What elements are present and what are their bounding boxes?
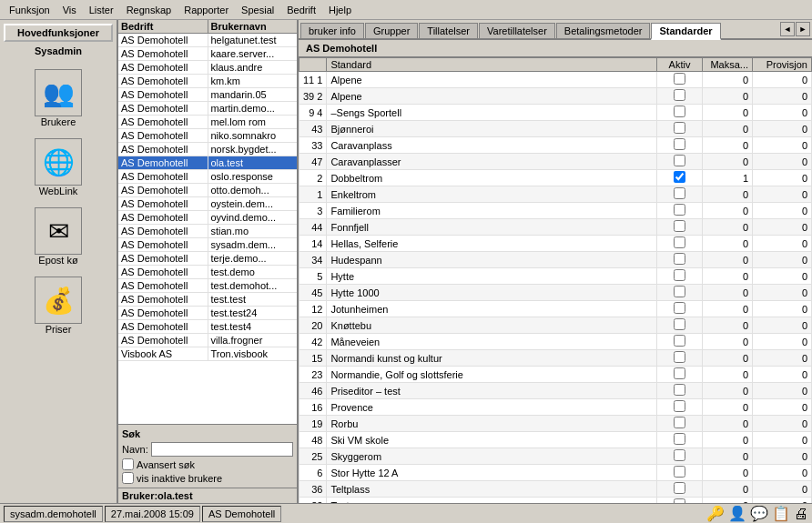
- cell-aktiv[interactable]: [657, 448, 703, 465]
- aktiv-checkbox[interactable]: [674, 466, 685, 478]
- user-row[interactable]: AS Demohotelltest.demo: [118, 266, 297, 279]
- aktiv-checkbox[interactable]: [674, 498, 685, 503]
- main-button[interactable]: Hovedfunksjoner: [4, 24, 113, 42]
- aktiv-checkbox[interactable]: [674, 220, 685, 232]
- cell-aktiv[interactable]: [657, 252, 703, 268]
- user-row[interactable]: AS Demohotellmandarin.05: [118, 88, 297, 102]
- sidebar-item-epost[interactable]: ✉ Epost kø: [35, 207, 82, 266]
- cell-aktiv[interactable]: [657, 154, 703, 170]
- aktiv-checkbox[interactable]: [674, 138, 685, 150]
- cell-aktiv[interactable]: [657, 383, 703, 399]
- aktiv-checkbox[interactable]: [674, 253, 685, 265]
- sidebar-item-weblink[interactable]: 🌐 WebLink: [35, 138, 82, 196]
- cell-aktiv[interactable]: [657, 432, 703, 448]
- user-row[interactable]: AS Demohotellmartin.demo...: [118, 102, 297, 116]
- navn-input[interactable]: [151, 442, 293, 457]
- user-row[interactable]: AS Demohotelltest.test24: [118, 307, 297, 320]
- cell-aktiv[interactable]: [657, 186, 703, 203]
- tab-prev-btn[interactable]: ◄: [780, 22, 795, 36]
- table-row[interactable]: 48Ski VM skole00: [299, 432, 812, 448]
- aktiv-checkbox[interactable]: [674, 318, 685, 330]
- aktiv-checkbox[interactable]: [674, 171, 685, 183]
- aktiv-checkbox[interactable]: [674, 187, 685, 199]
- table-row[interactable]: 34Hudespann00: [299, 252, 812, 268]
- table-row[interactable]: 42Måneveien00: [299, 334, 812, 350]
- aktiv-checkbox[interactable]: [674, 89, 685, 101]
- user-row[interactable]: AS Demohotellklaus.andre: [118, 61, 297, 75]
- cell-aktiv[interactable]: [657, 72, 703, 88]
- table-row[interactable]: 1Enkeltrom00: [299, 186, 812, 203]
- cell-aktiv[interactable]: [657, 137, 703, 154]
- tab-standarder[interactable]: Standarder: [651, 23, 720, 40]
- cell-aktiv[interactable]: [657, 317, 703, 334]
- table-row[interactable]: 5Hytte00: [299, 268, 812, 285]
- user-row[interactable]: AS Demohotelloslo.response: [118, 170, 297, 184]
- menu-regnskap[interactable]: Regnskap: [121, 4, 178, 16]
- user-row[interactable]: AS Demohotellsysadm.dem...: [118, 238, 297, 252]
- user-row[interactable]: AS Demohotelltest.test4: [118, 320, 297, 334]
- menu-vis[interactable]: Vis: [57, 4, 82, 16]
- user-row[interactable]: AS Demohotellterje.demo...: [118, 252, 297, 266]
- table-row[interactable]: 43Bjønneroi00: [299, 121, 812, 137]
- user-row[interactable]: AS Demohotellvilla.frogner: [118, 334, 297, 347]
- cell-aktiv[interactable]: [657, 219, 703, 236]
- table-row[interactable]: 2Dobbeltrom10: [299, 170, 812, 186]
- aktiv-checkbox[interactable]: [674, 482, 685, 494]
- aktiv-checkbox[interactable]: [674, 286, 685, 297]
- table-row[interactable]: 15Normandi kunst og kultur00: [299, 350, 812, 367]
- user-row[interactable]: AS Demohotelloyvind.demo...: [118, 211, 297, 225]
- menu-bedrift[interactable]: Bedrift: [281, 4, 321, 16]
- cell-aktiv[interactable]: [657, 367, 703, 383]
- table-row[interactable]: 14Hellas, Selferie00: [299, 236, 812, 252]
- table-row[interactable]: 44Fonnfjell00: [299, 219, 812, 236]
- tab-betalingsmetoder[interactable]: Betalingsmetoder: [556, 23, 651, 38]
- table-row[interactable]: 20Knøttebu00: [299, 317, 812, 334]
- inaktiv-checkbox[interactable]: [122, 472, 134, 484]
- aktiv-checkbox[interactable]: [674, 302, 685, 314]
- user-row[interactable]: AS Demohotelloystein.dem...: [118, 197, 297, 211]
- cell-aktiv[interactable]: [657, 334, 703, 350]
- aktiv-checkbox[interactable]: [674, 122, 685, 134]
- table-row[interactable]: 46Priseditor – test00: [299, 383, 812, 399]
- status-icon-2[interactable]: 👤: [728, 505, 746, 522]
- aktiv-checkbox[interactable]: [674, 204, 685, 216]
- status-icon-5[interactable]: 🖨: [794, 506, 808, 522]
- cell-aktiv[interactable]: [657, 236, 703, 252]
- user-row[interactable]: AS Demohotellmel.lom rom: [118, 116, 297, 129]
- table-row[interactable]: 3Familierom00: [299, 203, 812, 219]
- user-row[interactable]: AS Demohotellnorsk.bygdet...: [118, 143, 297, 156]
- aktiv-checkbox[interactable]: [674, 335, 685, 347]
- user-row[interactable]: AS Demohotellotto.demoh...: [118, 184, 297, 197]
- aktiv-checkbox[interactable]: [674, 417, 685, 428]
- aktiv-checkbox[interactable]: [674, 269, 685, 281]
- tab-tillatelser[interactable]: Tillatelser: [419, 23, 478, 38]
- menu-lister[interactable]: Lister: [84, 4, 119, 16]
- cell-aktiv[interactable]: [657, 481, 703, 498]
- aktiv-checkbox[interactable]: [674, 367, 685, 379]
- user-row[interactable]: AS Demohotelltest.demohot...: [118, 279, 297, 293]
- tab-next-btn[interactable]: ►: [796, 22, 810, 36]
- table-row[interactable]: 33Caravanplass00: [299, 137, 812, 154]
- status-icon-3[interactable]: 💬: [750, 505, 768, 522]
- cell-aktiv[interactable]: [657, 498, 703, 504]
- cell-aktiv[interactable]: [657, 350, 703, 367]
- menu-rapporter[interactable]: Rapporter: [178, 4, 234, 16]
- table-row[interactable]: 6Stor Hytte 12 A00: [299, 465, 812, 481]
- user-row[interactable]: AS Demohotelltest.test: [118, 293, 297, 307]
- table-row[interactable]: 11 1Alpene00: [299, 72, 812, 88]
- table-row[interactable]: 25Skyggerom00: [299, 448, 812, 465]
- cell-aktiv[interactable]: [657, 268, 703, 285]
- aktiv-checkbox[interactable]: [674, 351, 685, 363]
- user-row[interactable]: AS Demohotellhelgatunet.test: [118, 34, 297, 47]
- table-row[interactable]: 19Rorbu00: [299, 416, 812, 432]
- cell-aktiv[interactable]: [657, 203, 703, 219]
- aktiv-checkbox[interactable]: [674, 400, 685, 412]
- sidebar-item-priser[interactable]: 💰 Priser: [35, 277, 82, 335]
- status-icon-1[interactable]: 🔑: [706, 505, 725, 522]
- aktiv-checkbox[interactable]: [674, 155, 685, 166]
- aktiv-checkbox[interactable]: [674, 73, 685, 85]
- aktiv-checkbox[interactable]: [674, 384, 685, 396]
- user-row[interactable]: AS Demohotellkaare.server...: [118, 47, 297, 61]
- aktiv-checkbox[interactable]: [674, 106, 685, 117]
- menu-spesial[interactable]: Spesial: [236, 4, 279, 16]
